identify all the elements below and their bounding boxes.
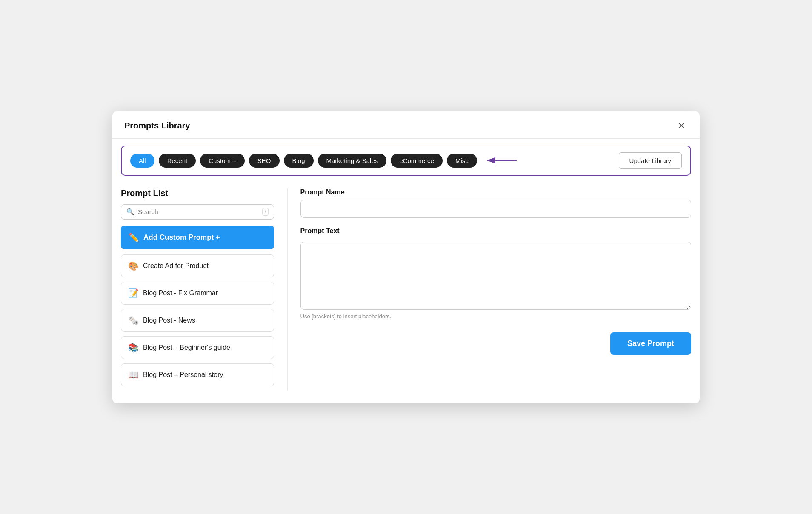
prompt-label-fix-grammar: Blog Post - Fix Grammar [143,289,218,297]
prompt-item-fix-grammar[interactable]: 📝Blog Post - Fix Grammar [121,282,274,305]
filter-tab-misc[interactable]: Misc [447,154,477,168]
prompt-label-beginners-guide: Blog Post – Beginner's guide [143,344,230,351]
main-content: Prompt List 🔍 / ✏️ Add Custom Prompt + 🎨… [112,180,700,403]
prompt-label-create-ad: Create Ad for Product [143,262,209,270]
filter-bar: AllRecentCustom +SEOBlogMarketing & Sale… [121,146,691,176]
search-input[interactable] [138,208,259,215]
prompt-name-input[interactable] [300,200,692,218]
add-custom-icon: ✏️ [129,232,139,243]
panel-divider [287,188,288,391]
filter-tabs: AllRecentCustom +SEOBlogMarketing & Sale… [130,154,477,168]
modal-title: Prompts Library [124,121,190,131]
close-button[interactable]: ✕ [675,120,688,131]
prompt-list-title: Prompt List [121,188,274,198]
add-custom-label: Add Custom Prompt + [143,233,220,242]
prompt-icon-beginners-guide: 📚 [128,343,139,353]
prompt-icon-personal-story: 📖 [128,370,139,380]
filter-tab-ecommerce[interactable]: eCommerce [391,154,443,168]
search-shortcut: / [262,208,269,216]
filter-tab-marketing[interactable]: Marketing & Sales [318,154,387,168]
prompt-label-personal-story: Blog Post – Personal story [143,371,223,379]
search-icon: 🔍 [126,208,134,216]
prompt-item-news[interactable]: 🗞️Blog Post - News [121,309,274,332]
arrow-indicator [485,154,519,167]
add-custom-prompt-button[interactable]: ✏️ Add Custom Prompt + [121,226,274,249]
search-box: 🔍 / [121,204,274,220]
prompt-icon-create-ad: 🎨 [128,261,139,271]
prompts-library-modal: Prompts Library ✕ AllRecentCustom +SEOBl… [112,111,700,403]
prompt-name-label: Prompt Name [300,188,692,196]
prompt-item-personal-story[interactable]: 📖Blog Post – Personal story [121,363,274,386]
update-library-button[interactable]: Update Library [619,152,682,169]
prompt-icon-fix-grammar: 📝 [128,288,139,298]
prompt-item-create-ad[interactable]: 🎨Create Ad for Product [121,254,274,277]
prompt-icon-news: 🗞️ [128,315,139,326]
filter-tab-recent[interactable]: Recent [159,154,196,168]
placeholder-hint: Use [brackets] to insert placeholders. [300,313,692,320]
filter-tab-blog[interactable]: Blog [284,154,314,168]
prompt-label-news: Blog Post - News [143,317,195,324]
modal-header: Prompts Library ✕ [112,111,700,139]
form-fields: Prompt Name Prompt Text Use [brackets] t… [300,188,692,355]
prompt-item-beginners-guide[interactable]: 📚Blog Post – Beginner's guide [121,336,274,359]
prompt-items-list: 🎨Create Ad for Product📝Blog Post - Fix G… [121,254,274,386]
filter-tab-seo[interactable]: SEO [249,154,280,168]
save-prompt-button[interactable]: Save Prompt [610,332,691,355]
right-panel: Prompt Name Prompt Text Use [brackets] t… [300,188,692,391]
prompt-text-input[interactable] [300,242,692,310]
filter-tab-custom[interactable]: Custom + [200,154,245,168]
prompt-text-label: Prompt Text [300,227,692,235]
filter-tab-all[interactable]: All [130,154,154,168]
left-panel: Prompt List 🔍 / ✏️ Add Custom Prompt + 🎨… [121,188,274,391]
